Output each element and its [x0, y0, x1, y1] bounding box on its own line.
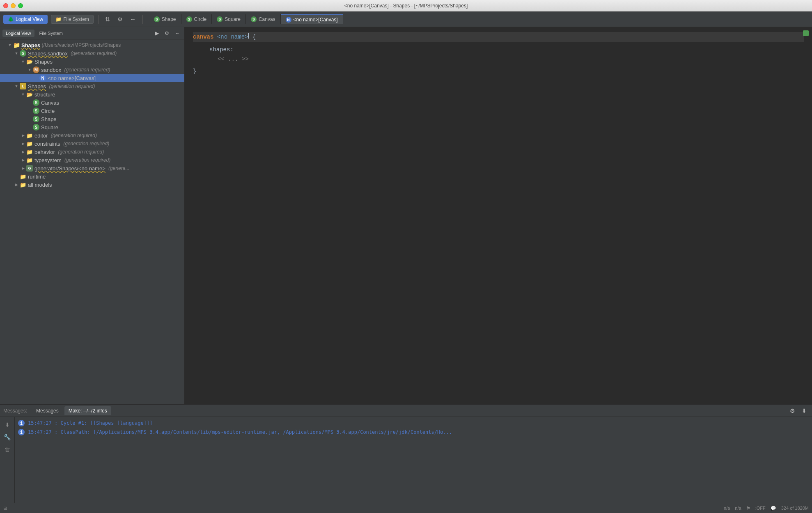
message-text-1: 15:47:27 : Cycle #1: [[Shapes [language]…	[28, 420, 152, 426]
code-line-2: shapes :	[193, 45, 804, 54]
tab-messages[interactable]: Messages	[32, 406, 63, 415]
message-row-1[interactable]: i 15:47:27 : Cycle #1: [[Shapes [languag…	[15, 419, 812, 428]
canvas-label: Canvas	[41, 100, 59, 106]
content-area: Logical View File System ▶ ⚙ ← 📁 Shapes …	[0, 27, 812, 404]
circle-s-icon: S	[33, 108, 39, 114]
info-icon-1: i	[18, 420, 25, 426]
sidebar-toolbar: Logical View File System ▶ ⚙ ←	[0, 27, 184, 39]
tree-root-shapes[interactable]: 📁 Shapes (/Users/vaclav/MPSProjects/Shap…	[0, 41, 184, 49]
typesystem-folder-icon: 📁	[26, 157, 33, 163]
close-button[interactable]	[3, 3, 8, 8]
tree-behavior[interactable]: 📁 behavior (generation required)	[0, 148, 184, 156]
tree-typesystem[interactable]: 📁 typesystem (generation required)	[0, 156, 184, 164]
top-toolbar: 🌲 Logical View 📁 File System ⇅ ⚙ ← S Sha…	[0, 11, 812, 27]
typesystem-label: typesystem	[34, 157, 62, 163]
collapse-button[interactable]: ←	[128, 15, 138, 24]
tab-square[interactable]: S Square	[212, 14, 246, 24]
tree-structure[interactable]: 📂 structure	[0, 90, 184, 98]
constraints-arrow	[20, 140, 26, 147]
code-open-brace: {	[252, 32, 256, 41]
generator-label: generator/Shapes/<no name>	[34, 165, 106, 172]
spacer2	[193, 64, 804, 67]
canvas-s-icon: S	[33, 99, 39, 106]
settings-button[interactable]: ⚙	[115, 15, 125, 24]
toolbar-sep2	[142, 15, 143, 24]
editor-label: editor	[34, 133, 48, 139]
trash-icon[interactable]: 🗑	[3, 445, 12, 454]
keyword-canvas: canvas	[193, 32, 213, 41]
canvas-tab-icon: S	[251, 16, 257, 22]
code-name: <no name>	[217, 32, 248, 41]
maximize-button[interactable]	[18, 3, 23, 8]
wrench-icon[interactable]: 🔧	[3, 433, 12, 442]
tree-runtime[interactable]: 📁 runtime	[0, 172, 184, 181]
tree-shapes-subfolder[interactable]: 📂 Shapes	[0, 57, 184, 66]
tree-sandbox-m[interactable]: M sandbox (generation required)	[0, 66, 184, 74]
tree-canvas[interactable]: S Canvas	[0, 98, 184, 107]
status-memory: 324 of 1820M	[781, 506, 809, 511]
code-line-3: << ... >>	[193, 55, 804, 64]
editor-gen: (generation required)	[50, 133, 97, 138]
tree-constraints[interactable]: 📁 constraints (generation required)	[0, 140, 184, 148]
tree-circle[interactable]: S Circle	[0, 107, 184, 115]
code-dots: << ... >>	[218, 55, 249, 64]
sidebar: Logical View File System ▶ ⚙ ← 📁 Shapes …	[0, 27, 185, 404]
traffic-lights	[3, 3, 23, 8]
logical-view-button[interactable]: 🌲 Logical View	[3, 15, 48, 24]
noname-canvas-label: <no name>[Canvas]	[48, 75, 96, 81]
tree-noname-canvas[interactable]: N <no name>[Canvas]	[0, 74, 184, 82]
status-power-icon: ⚑	[746, 506, 750, 511]
typesystem-gen: (generation required)	[63, 157, 110, 163]
code-line-4: }	[193, 67, 804, 76]
bottom-tabs-row: Messages: Messages Make: --/--/2 infos ⚙…	[0, 405, 812, 417]
tab-noname-canvas[interactable]: N <no name>[Canvas]	[281, 14, 343, 24]
sidebar-logical-view-tab[interactable]: Logical View	[2, 30, 34, 37]
green-indicator	[803, 30, 809, 36]
layout-icon[interactable]: ⊞	[3, 506, 7, 511]
spacer1	[193, 42, 804, 45]
editor-arrow	[20, 132, 26, 139]
tree-shape[interactable]: S Shape	[0, 115, 184, 123]
editor-folder-icon: 📁	[26, 132, 33, 139]
shape-s-icon: S	[33, 116, 39, 122]
tree-shapes-L[interactable]: L Shapes (generation required)	[0, 82, 184, 90]
sync-button[interactable]: ⇅	[103, 15, 112, 24]
file-system-button[interactable]: 📁 File System	[51, 15, 94, 24]
noname-canvas-icon: N	[39, 75, 46, 81]
shapes-subfolder-arrow	[20, 58, 26, 65]
shape-tab-icon: S	[154, 16, 160, 22]
square-tab-icon: S	[217, 16, 222, 22]
tree-generator[interactable]: G generator/Shapes/<no name> (genera...	[0, 164, 184, 172]
shape-label: Shape	[41, 116, 57, 122]
bottom-settings-btn[interactable]: ⚙	[788, 406, 797, 415]
download-icon[interactable]: ⬇	[3, 420, 12, 429]
root-arrow	[7, 42, 13, 48]
tree-all-models[interactable]: 📁 all models	[0, 181, 184, 189]
sidebar-settings-btn[interactable]: ⚙	[163, 29, 171, 37]
status-off: :OFF	[755, 506, 766, 511]
tab-circle[interactable]: S Circle	[181, 14, 212, 24]
sidebar-filesystem-tab[interactable]: File System	[36, 30, 66, 37]
tree-root: 📁 Shapes (/Users/vaclav/MPSProjects/Shap…	[0, 39, 184, 190]
tree-square[interactable]: S Square	[0, 123, 184, 131]
minimize-button[interactable]	[11, 3, 16, 8]
bottom-download-btn[interactable]: ⬇	[800, 406, 809, 415]
shapes-L-icon: L	[20, 83, 26, 89]
editor-pane[interactable]: canvas <no name> { shapes : << ... >>	[185, 27, 812, 404]
tree-shapes-sandbox[interactable]: S Shapes.sandbox (generation required)	[0, 49, 184, 57]
behavior-arrow	[20, 149, 26, 155]
status-chat-icon[interactable]: 💬	[771, 506, 776, 511]
message-row-2[interactable]: i 15:47:27 : ClassPath: [/Applications/M…	[15, 428, 812, 437]
message-text-2: 15:47:27 : ClassPath: [/Applications/MPS…	[28, 429, 452, 435]
sidebar-collapse-btn[interactable]: ←	[173, 29, 182, 37]
tab-make[interactable]: Make: --/--/2 infos	[64, 406, 111, 415]
sandbox-m-icon: M	[33, 66, 39, 73]
tree-editor[interactable]: 📁 editor (generation required)	[0, 131, 184, 140]
status-na1: n/a	[724, 506, 730, 511]
status-na2: n/a	[735, 506, 741, 511]
sidebar-expand-btn[interactable]: ▶	[153, 29, 161, 37]
tab-shape[interactable]: S Shape	[149, 14, 181, 24]
messages-area: i 15:47:27 : Cycle #1: [[Shapes [languag…	[15, 417, 812, 503]
tab-canvas[interactable]: S Canvas	[246, 14, 281, 24]
toolbar-separator	[98, 15, 99, 24]
